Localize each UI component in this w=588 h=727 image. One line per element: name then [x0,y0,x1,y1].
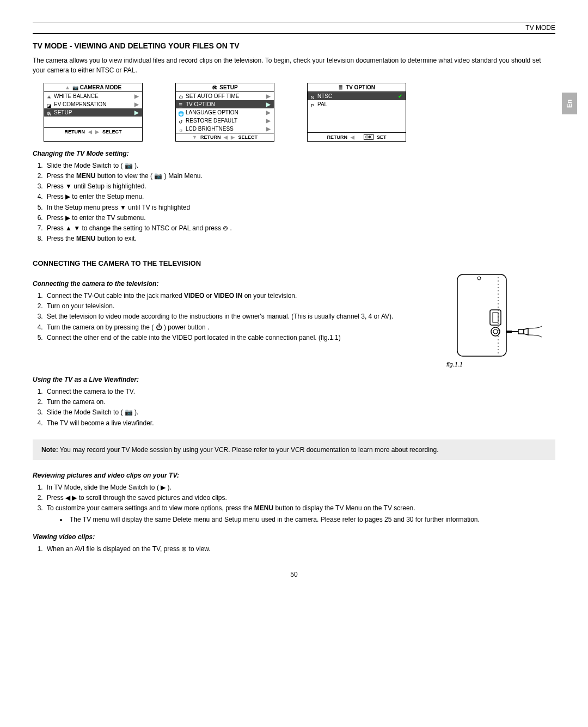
arrow-right-icon: ▶ [134,109,139,117]
setup-icon: 🛠 [212,85,217,90]
menu-row-highlighted: ≣ TV OPTION ▶ [176,100,274,108]
connecting-steps: Connect the TV-Out cable into the jack m… [33,291,430,343]
svg-point-1 [477,277,481,280]
menu-row-highlighted: N NTSC ✔ [308,92,406,100]
menu-row-highlighted: 🛠 SETUP ▶ [44,108,142,117]
viewfinder-subhead: Using the TV as a Live Viewfinder: [33,375,555,384]
menu-row: ⏱ SET AUTO OFF TIME ▶ [176,92,274,100]
menu-row: ↺ RESTORE DEFAULT ▶ [176,117,274,125]
camera-mode-header: ▲ 📷 CAMERA MODE [44,83,142,92]
step: Press ▲ ▼ to change the setting to NTSC … [45,223,555,234]
section1-intro: The camera allows you to view individual… [33,56,555,75]
left-triangle-icon: ◀ [88,129,92,135]
step: Slide the Mode Switch to ( 📷 ). [45,407,555,418]
setup-menu: 🛠 SETUP ⏱ SET AUTO OFF TIME ▶ ≣ TV OPTIO… [175,83,274,142]
p-icon: P [310,102,315,107]
menu-diagrams: ▲ 📷 CAMERA MODE ☀ WHITE BALANCE ▶ ◪ EV C… [44,83,555,142]
language-tab: En [562,93,577,114]
page-number: 50 [33,571,555,578]
tv-icon: ≣ [338,85,344,90]
arrow-right-icon: ▶ [134,101,139,108]
step: Press the MENU button to exit. [45,234,555,244]
step: Press ▶ to enter the Setup menu. [45,192,555,202]
arrow-right-icon: ▶ [134,93,139,100]
menu-footer: ▼ RETURN ◀ ▶ SELECT [176,133,274,141]
menu-row: ☀ WHITE BALANCE ▶ [44,92,142,100]
note-text: You may record your TV Mode session by u… [60,446,439,454]
step: Slide the Mode Switch to ( 📷 ). [45,161,555,171]
footer-return: RETURN [327,135,347,140]
check-icon: ✔ [398,93,402,100]
step: In TV Mode, slide the Mode Switch to ( ▶… [45,482,555,493]
top-bar: TV MODE [33,22,555,34]
sub-bullet: The TV menu will display the same Delete… [68,515,555,525]
change-tv-mode-subhead: Changing the TV Mode setting: [33,149,555,158]
step: Turn the camera on by pressing the ( ⏻ )… [45,322,430,333]
camera-icon: 📷 [72,85,78,90]
n-icon: N [310,94,315,99]
svg-rect-4 [493,313,498,322]
step: Connect the TV-Out cable into the jack m… [45,291,430,301]
setup-header: 🛠 SETUP [176,83,274,92]
review-sublist: The TV menu will display the same Delete… [58,515,555,525]
section2-heading: CONNECTING THE CAMERA TO THE TELEVISION [33,259,555,267]
arrow-right-icon: ▶ [266,109,271,117]
camera-port-illustration [446,272,544,359]
down-triangle-icon: ▼ [192,135,197,140]
setup-icon: 🛠 [46,110,52,115]
footer-select: SELECT [238,135,258,140]
step: Press ▼ until Setup is highlighted. [45,181,555,192]
menu-footer: RETURN ◀ ▶ SELECT [44,127,142,136]
camera-mode-icon: 📷 [125,162,133,169]
svg-rect-7 [518,329,524,334]
viewfinder-steps: Connect the camera to the TV. Turn the c… [33,387,555,429]
footer-select: SELECT [102,129,122,135]
figure-1-1: fig.1.1 [446,272,555,368]
right-triangle-icon: ▶ [95,129,99,135]
left-triangle-icon: ◀ [351,135,354,140]
up-triangle-icon: ▲ [65,84,70,90]
top-bar-title: TV MODE [525,24,555,32]
svg-point-6 [493,329,498,334]
lcd-icon: ☼ [178,126,183,132]
restore-icon: ↺ [178,118,183,124]
ok-box-icon: OK [364,134,373,140]
section1-heading: TV MODE - VIEWING AND DELETING YOUR FILE… [33,41,555,50]
camera-mode-title: CAMERA MODE [80,84,121,90]
step: When an AVI file is displayed on the TV,… [45,544,555,554]
language-tab-label: En [566,99,573,107]
tv-option-title: TV OPTION [346,84,375,90]
left-triangle-icon: ◀ [224,135,228,140]
setup-title: SETUP [219,84,237,90]
play-mode-icon: ▶ [161,484,166,491]
step: Press ▶ to enter the TV submenu. [45,213,555,223]
arrow-right-icon: ▶ [266,117,271,125]
step: Turn the camera on. [45,397,555,407]
step: Connect the other end of the cable into … [45,333,430,343]
camera-mode-icon: 📷 [125,408,133,416]
step: In the Setup menu press ▼ until TV is hi… [45,203,555,213]
svg-rect-0 [457,274,506,356]
footer-return: RETURN [200,135,221,140]
camera-mode-icon: 📷 [154,172,162,180]
review-subhead: Reviewing pictures and video clips on yo… [33,471,555,480]
connecting-subhead: Connecting the camera to the television: [33,279,430,289]
menu-row: 🌐 LANGUAGE OPTION ▶ [176,108,274,117]
svg-point-5 [491,327,500,336]
step: Set the television to video mode accordi… [45,311,430,322]
viewing-steps: When an AVI file is displayed on the TV,… [33,544,555,554]
review-steps: In TV Mode, slide the Mode Switch to ( ▶… [33,482,555,526]
step: Press the MENU button to view the ( 📷 ) … [45,171,555,181]
figure-caption: fig.1.1 [446,361,555,368]
step: Connect the camera to the TV. [45,387,555,397]
menu-row: P PAL [308,100,406,108]
svg-rect-3 [490,310,501,325]
arrow-right-icon: ▶ [266,93,271,100]
menu-row: ◪ EV COMPENSATION ▶ [44,100,142,108]
right-triangle-icon: ▶ [231,135,235,140]
clock-icon: ⏱ [178,94,183,99]
arrow-right-icon: ▶ [266,101,271,108]
lang-icon: 🌐 [178,110,183,115]
tv-icon: ≣ [178,102,183,107]
change-tv-mode-steps: Slide the Mode Switch to ( 📷 ). Press th… [33,161,555,245]
